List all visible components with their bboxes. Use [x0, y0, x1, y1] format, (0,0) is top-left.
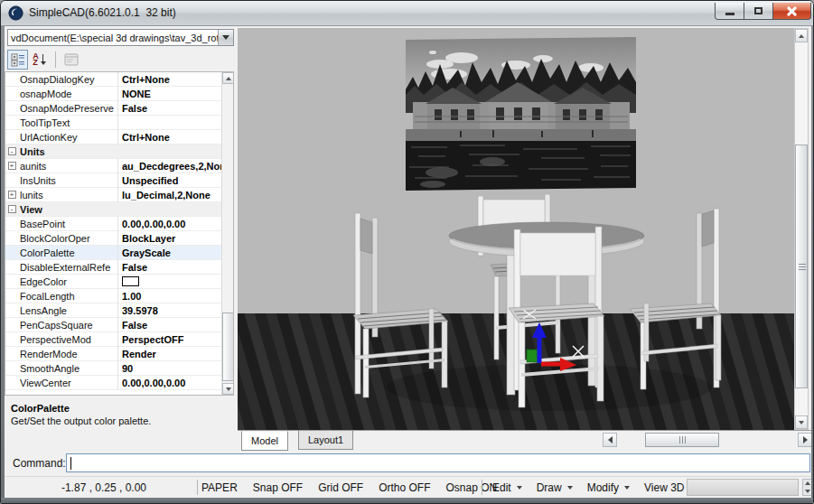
property-row[interactable]: ViewCenter0.00,0.00,0.00 [5, 376, 233, 390]
chevron-down-icon [624, 486, 630, 490]
property-value[interactable]: au_Decdegrees,2,None [117, 159, 233, 173]
property-pages-icon [64, 53, 79, 66]
property-row[interactable]: PenCapsSquareFalse [5, 318, 233, 332]
property-name: SmoothAngle [18, 363, 117, 374]
property-value[interactable]: False [117, 318, 233, 332]
property-row[interactable]: +aunitsau_Decdegrees,2,None [5, 159, 233, 173]
hscroll-right-button[interactable] [798, 433, 812, 447]
status-toggle-snap-off[interactable]: Snap OFF [253, 481, 303, 494]
collapse-icon[interactable]: - [8, 147, 16, 155]
property-grid-scrollbar[interactable] [221, 72, 233, 395]
minimize-button[interactable] [715, 3, 744, 20]
status-toggle-ortho-off[interactable]: Ortho OFF [379, 481, 430, 494]
property-value[interactable]: BlockLayer [117, 231, 233, 246]
property-value[interactable]: NONE [117, 87, 233, 101]
menu-label: Draw [537, 481, 562, 494]
alphabetical-sort-button[interactable]: AZ [29, 50, 50, 70]
expander-cell [5, 376, 18, 390]
document-combobox[interactable]: vdDocument(E:\special 3d drawings\tav_3d… [7, 29, 234, 46]
property-row[interactable]: PerspectiveModPerspectOFF [5, 332, 233, 347]
status-toggle-paper[interactable]: PAPER [201, 481, 238, 494]
category-row[interactable]: -View [5, 202, 233, 217]
property-pages-button[interactable] [61, 50, 81, 70]
scroll-up-button[interactable] [795, 29, 808, 42]
scroll-thumb[interactable] [222, 313, 234, 381]
scroll-down-button[interactable] [222, 383, 234, 395]
property-row[interactable]: BasePoint0.00,0.00,0.00 [5, 217, 233, 231]
viewport-vertical-scrollbar[interactable] [794, 28, 809, 430]
property-value[interactable]: GrayScale [117, 246, 233, 260]
tab-model[interactable]: Model [241, 431, 288, 451]
expand-icon[interactable]: + [8, 191, 16, 199]
property-value[interactable]: False [117, 101, 233, 116]
property-name: PenCapsSquare [18, 320, 117, 331]
property-row[interactable]: OsnapDialogKeyCtrl+None [5, 72, 233, 87]
property-row[interactable]: RenderModeRender [5, 347, 233, 361]
property-value[interactable]: lu_Decimal,2,None [117, 188, 233, 202]
property-row[interactable]: OsnapModePreserveFalse [5, 101, 233, 116]
category-row[interactable]: -Units [5, 145, 233, 159]
expander-cell[interactable]: - [5, 202, 18, 217]
property-value[interactable]: 39.5978 [117, 303, 233, 318]
property-row[interactable]: +lunitslu_Decimal,2,None [5, 188, 233, 202]
property-row[interactable]: DisableExternalRefeFalse [5, 260, 233, 275]
close-button[interactable] [772, 3, 811, 20]
property-row[interactable]: SmoothAngle90 [5, 361, 233, 376]
menu-edit[interactable]: Edit [492, 481, 522, 494]
ucs-origin-marker [527, 350, 538, 362]
scroll-up-button[interactable] [222, 72, 234, 84]
property-name: BasePoint [18, 219, 117, 229]
expander-cell [5, 130, 18, 145]
color-swatch[interactable] [122, 276, 139, 286]
scroll-down-button[interactable] [795, 415, 808, 429]
property-value[interactable] [117, 116, 233, 130]
property-value[interactable]: Ctrl+None [117, 130, 233, 145]
hscroll-left-button[interactable] [603, 433, 617, 447]
property-value[interactable]: Ctrl+None [117, 72, 233, 87]
triangle-down-icon [226, 387, 231, 391]
property-row[interactable]: ToolTipText [5, 116, 233, 130]
property-name: OsnapModePreserve [18, 103, 117, 114]
property-name: ViewCenter [18, 378, 117, 388]
menu-modify[interactable]: Modify [587, 481, 630, 494]
categorized-view-button[interactable] [7, 50, 28, 70]
command-input[interactable] [66, 453, 810, 472]
property-value[interactable]: 1.00 [117, 289, 233, 303]
property-value[interactable]: 0.00,0.00,0.00 [117, 376, 233, 390]
maximize-button[interactable] [744, 3, 773, 20]
property-name: lunits [18, 190, 117, 201]
property-row[interactable]: InsUnitsUnspecified [5, 173, 233, 188]
expand-icon[interactable]: + [8, 162, 16, 170]
property-value[interactable]: 90 [117, 361, 233, 376]
property-value[interactable]: Unspecified [117, 173, 233, 188]
property-row[interactable]: UrlActionKeyCtrl+None [5, 130, 233, 145]
viewport-canvas[interactable] [238, 28, 794, 430]
expander-cell [5, 260, 18, 275]
property-value[interactable]: PerspectOFF [117, 332, 233, 347]
property-value[interactable]: False [117, 260, 233, 275]
window-border-bottom [1, 498, 814, 504]
property-row[interactable]: LensAngle39.5978 [5, 303, 233, 318]
property-row[interactable]: osnapModeNONE [5, 87, 233, 101]
layout-tab-strip: ModelLayout1 [238, 430, 812, 450]
expander-cell[interactable]: + [5, 188, 18, 202]
status-toggle-osnap-on[interactable]: Osnap ON [446, 481, 498, 494]
property-row[interactable]: BlockColorOperBlockLayer [5, 231, 233, 246]
property-value[interactable]: Render [117, 347, 233, 361]
menu-draw[interactable]: Draw [537, 481, 573, 494]
combo-dropdown-button[interactable] [218, 30, 233, 45]
property-row[interactable]: EdgeColor [5, 275, 233, 289]
status-toggle-grid-off[interactable]: Grid OFF [318, 481, 363, 494]
expander-cell[interactable]: + [5, 159, 18, 173]
tab-layout1[interactable]: Layout1 [298, 431, 353, 450]
window-border-left [1, 26, 5, 498]
sort-az-icon: AZ [33, 53, 46, 66]
property-row[interactable]: FocalLength1.00 [5, 289, 233, 303]
property-value[interactable]: 0.00,0.00,0.00 [117, 217, 233, 231]
collapse-icon[interactable]: - [8, 205, 16, 213]
property-row[interactable]: ColorPaletteGrayScale [5, 246, 233, 260]
hscroll-thumb[interactable] [645, 433, 719, 447]
property-value[interactable] [117, 275, 233, 289]
expander-cell[interactable]: - [5, 145, 18, 159]
scroll-thumb[interactable] [795, 145, 808, 388]
